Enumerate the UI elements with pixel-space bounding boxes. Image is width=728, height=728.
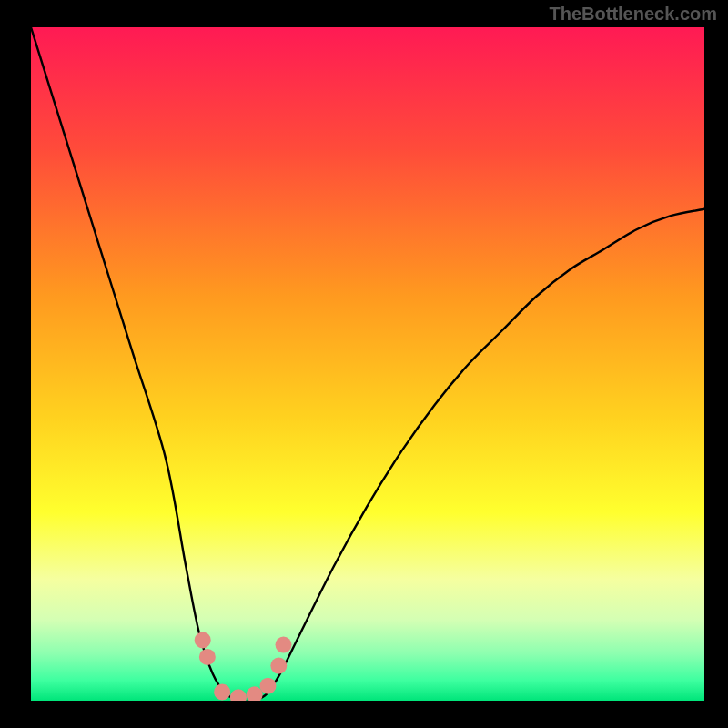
chart-frame: TheBottleneck.com: [0, 0, 728, 728]
curve-marker: [270, 658, 287, 674]
curve-marker: [214, 683, 230, 700]
curve-marker: [276, 637, 292, 653]
bottleneck-plot: [0, 0, 728, 728]
gradient-background: [31, 27, 704, 701]
curve-marker: [195, 632, 211, 648]
curve-marker: [259, 678, 276, 694]
curve-marker: [199, 649, 216, 665]
watermark: TheBottleneck.com: [550, 4, 717, 25]
curve-marker: [247, 686, 263, 703]
